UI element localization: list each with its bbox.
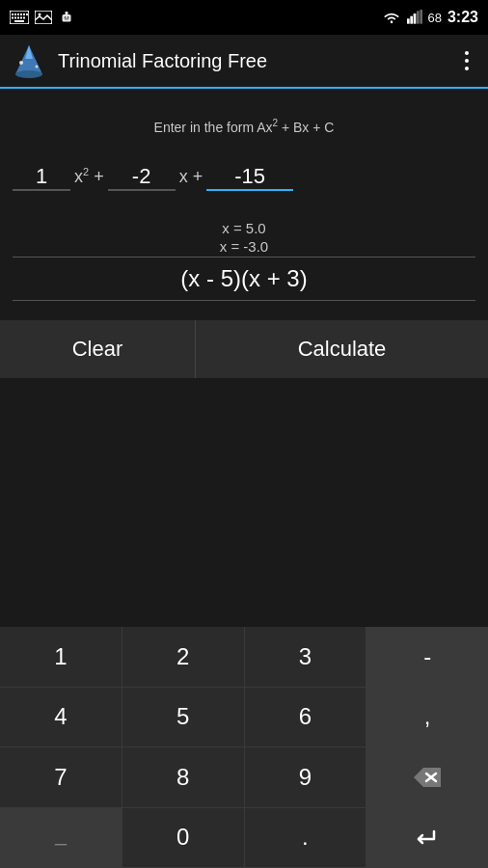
signal-icon [407,10,422,25]
svg-rect-2 [14,14,16,15]
more-options-button[interactable] [457,43,476,78]
svg-rect-24 [413,14,416,24]
svg-rect-15 [63,14,71,22]
app-title: Trinomial Factoring Free [58,50,457,72]
instruction-text: Enter in the form Ax2 + Bx + C [154,118,335,135]
svg-rect-25 [417,11,420,23]
svg-rect-5 [23,14,25,15]
svg-rect-17 [68,16,69,18]
svg-rect-3 [17,14,19,15]
svg-rect-10 [20,17,22,19]
keyboard-row-4: ＿ 0 . [0,808,488,869]
key-0[interactable]: 0 [122,808,245,869]
root2-result: x = -3.0 [220,238,268,255]
keyboard: 1 2 3 - 4 5 6 , 7 8 9 ＿ 0 . [0,627,488,868]
keyboard-row-3: 7 8 9 [0,747,488,808]
svg-rect-23 [410,16,413,24]
results-section: x = 5.0 x = -3.0 (x - 5)(x + 3) [13,220,475,301]
main-content: Enter in the form Ax2 + Bx + C x2 + x + … [0,89,488,627]
svg-rect-11 [23,17,25,19]
image-icon [35,11,52,24]
app-bar: Trinomial Factoring Free [0,35,488,89]
coefficient-b-wrapper [108,164,176,191]
svg-rect-8 [14,17,16,19]
key-minus[interactable]: - [366,627,488,688]
svg-point-21 [390,21,393,24]
app-logo [12,43,46,78]
coefficient-c-input[interactable] [206,164,293,191]
coefficient-b-input[interactable] [108,164,176,191]
coefficient-c-wrapper [206,164,293,191]
root1-result: x = 5.0 [222,220,265,236]
svg-rect-1 [12,14,14,15]
key-1[interactable]: 1 [0,627,122,688]
key-8[interactable]: 8 [122,747,245,808]
svg-rect-16 [65,16,67,18]
key-6[interactable]: 6 [245,688,367,748]
svg-rect-18 [65,19,69,20]
svg-rect-22 [407,18,410,23]
key-4[interactable]: 4 [0,688,122,748]
key-enter[interactable] [366,808,488,869]
x-squared-label: x2 + [70,166,108,191]
key-comma[interactable]: , [366,688,488,748]
status-time: 3:23 [447,9,478,26]
svg-point-28 [15,70,42,78]
key-space[interactable]: ＿ [0,808,122,869]
keyboard-row-2: 4 5 6 , [0,688,488,748]
svg-point-14 [39,14,41,16]
key-dot[interactable]: . [245,808,367,869]
key-2[interactable]: 2 [122,627,245,688]
key-backspace[interactable] [366,747,488,808]
key-3[interactable]: 3 [245,627,367,688]
keyboard-icon [10,11,29,24]
svg-point-31 [36,66,39,68]
factored-result: (x - 5)(x + 3) [13,257,475,301]
svg-point-30 [19,61,23,65]
svg-rect-6 [26,14,28,15]
svg-rect-4 [20,14,22,15]
calculate-button[interactable]: Calculate [196,320,488,378]
svg-rect-26 [420,10,422,24]
key-9[interactable]: 9 [245,747,367,808]
x-plus-label: x + [176,167,207,191]
battery-level: 68 [428,11,442,25]
key-5[interactable]: 5 [122,688,245,748]
robot-icon [58,9,75,26]
svg-rect-12 [14,20,24,22]
wifi-icon [382,10,401,25]
status-left-icons [10,9,75,26]
input-row: x2 + x + [13,164,475,191]
status-bar: 68 3:23 [0,0,488,35]
clear-button[interactable]: Clear [0,320,196,378]
action-buttons: Clear Calculate [0,320,488,378]
coefficient-a-input[interactable] [13,164,70,191]
svg-rect-7 [12,17,14,19]
coefficient-a-wrapper [13,164,70,191]
svg-marker-32 [414,768,441,787]
svg-rect-9 [17,17,19,19]
status-right-icons: 68 3:23 [382,9,479,26]
keyboard-row-1: 1 2 3 - [0,627,488,688]
key-7[interactable]: 7 [0,747,122,808]
